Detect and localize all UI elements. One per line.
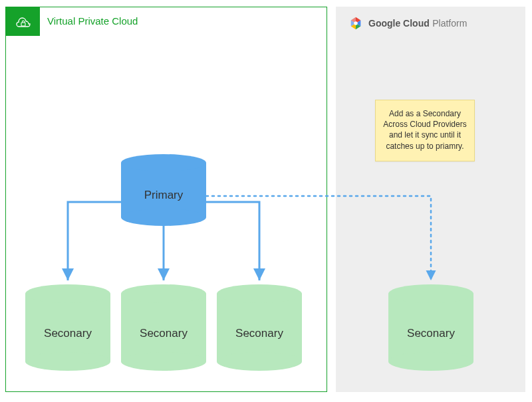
- db-primary-label: Primary: [121, 189, 206, 202]
- gcp-hex-icon: [348, 16, 363, 31]
- cloud-lock-icon: [13, 15, 33, 28]
- gcp-logo: Google Cloud Platform: [348, 16, 467, 31]
- db-secondary-1-label: Seconary: [25, 327, 110, 340]
- db-secondary-4: Seconary: [388, 284, 473, 371]
- db-secondary-2: Seconary: [121, 284, 206, 371]
- svg-point-8: [354, 21, 358, 25]
- db-primary: Primary: [121, 154, 206, 226]
- svg-rect-0: [21, 23, 25, 26]
- gcp-product-text: Platform: [432, 18, 467, 29]
- diagram-canvas: Virtual Private Cloud Google Cloud Platf…: [5, 7, 525, 392]
- vpc-badge: [5, 7, 40, 36]
- db-secondary-4-label: Seconary: [388, 327, 473, 340]
- db-secondary-2-label: Seconary: [121, 327, 206, 340]
- db-secondary-1: Seconary: [25, 284, 110, 371]
- gcp-brand-text: Google Cloud: [368, 18, 430, 29]
- db-secondary-3-label: Seconary: [217, 327, 302, 340]
- sticky-note: Add as a Secondary Across Cloud Provider…: [375, 100, 475, 161]
- vpc-title: Virtual Private Cloud: [47, 15, 138, 27]
- db-secondary-3: Seconary: [217, 284, 302, 371]
